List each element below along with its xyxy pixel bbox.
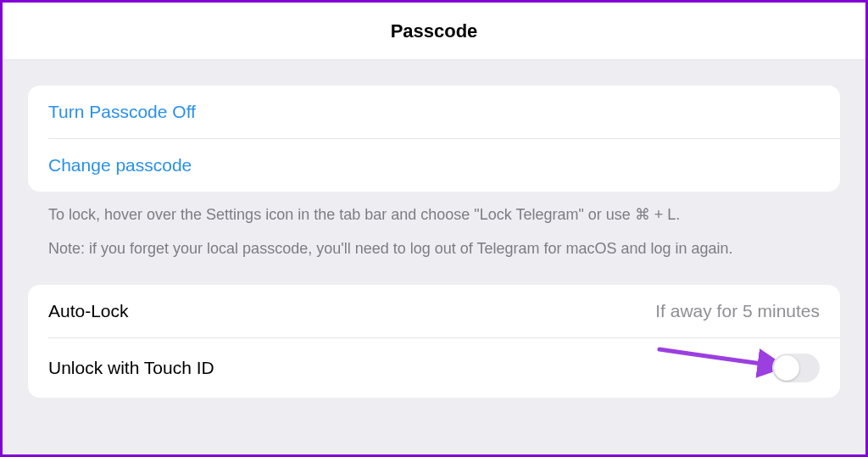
touch-id-toggle[interactable]	[772, 354, 820, 382]
turn-passcode-off-row[interactable]: Turn Passcode Off	[28, 86, 840, 138]
autolock-card: Auto-Lock If away for 5 minutes Unlock w…	[28, 285, 840, 398]
touch-id-label: Unlock with Touch ID	[48, 358, 214, 378]
toggle-knob	[774, 355, 799, 381]
auto-lock-value: If away for 5 minutes	[655, 301, 820, 321]
settings-window: Passcode Turn Passcode Off Change passco…	[3, 3, 865, 454]
page-title: Passcode	[391, 20, 478, 42]
passcode-actions-card: Turn Passcode Off Change passcode	[28, 86, 840, 192]
change-passcode-row[interactable]: Change passcode	[28, 139, 840, 192]
auto-lock-label: Auto-Lock	[48, 301, 129, 321]
annotation-arrow-icon	[655, 347, 791, 387]
auto-lock-row[interactable]: Auto-Lock If away for 5 minutes	[28, 285, 840, 337]
content-area: Turn Passcode Off Change passcode To loc…	[3, 60, 865, 454]
touch-id-row: Unlock with Touch ID	[28, 338, 840, 398]
footer-hint-lock: To lock, hover over the Settings icon in…	[28, 192, 840, 226]
footer-hint-forget: Note: if you forget your local passcode,…	[28, 226, 840, 259]
change-passcode-label: Change passcode	[48, 155, 192, 176]
turn-passcode-off-label: Turn Passcode Off	[48, 102, 196, 122]
titlebar: Passcode	[3, 3, 865, 60]
